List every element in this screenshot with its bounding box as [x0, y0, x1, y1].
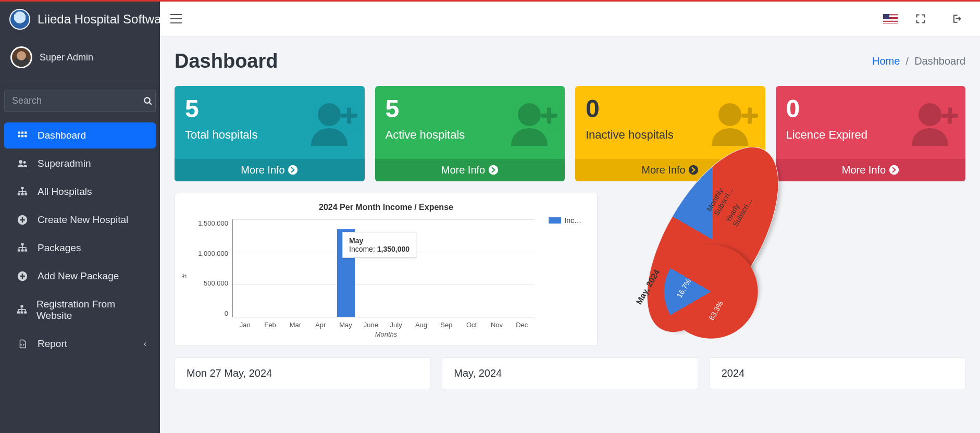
pie-slice-label: 16.7%: [675, 277, 693, 299]
sidebar-item-superadmin[interactable]: Superadmin: [4, 151, 156, 177]
svg-rect-18: [24, 250, 27, 252]
svg-rect-10: [21, 187, 24, 189]
sidebar-item-all-hospitals[interactable]: All Hospitals: [4, 179, 156, 205]
svg-point-8: [19, 160, 22, 164]
svg-rect-17: [21, 250, 24, 252]
sidebar-item-label: Packages: [38, 242, 81, 254]
summary-panel: 2024: [710, 357, 965, 389]
y-tick: 1,000,000: [198, 250, 228, 257]
user-name: Super Admin: [40, 52, 93, 63]
sidebar-item-label: Report: [38, 338, 67, 350]
svg-point-27: [489, 165, 498, 175]
sidebar-item-create-new-hospital[interactable]: Create New Hospital: [4, 207, 156, 233]
svg-point-31: [889, 165, 899, 175]
user-plus-icon: [308, 99, 361, 146]
breadcrumb-home[interactable]: Home: [872, 55, 900, 67]
sidebar-item-label: Create New Hospital: [38, 214, 128, 226]
sidebar-item-report[interactable]: Report‹: [4, 331, 156, 357]
sidebar-item-packages[interactable]: Packages: [4, 235, 156, 261]
user-block[interactable]: Super Admin: [0, 37, 160, 82]
user-plus-icon: [909, 99, 961, 146]
y-tick: 0: [225, 310, 228, 317]
svg-rect-13: [24, 193, 27, 195]
breadcrumb-current: Dashboard: [914, 55, 965, 67]
plus-icon: [16, 271, 29, 281]
page-title: Dashboard: [175, 50, 278, 72]
x-tick: May: [333, 321, 358, 329]
svg-point-29: [689, 165, 698, 175]
sidebar-nav: DashboardSuperadminAll HospitalsCreate N…: [0, 120, 160, 359]
stat-more-link[interactable]: More Info: [175, 159, 365, 181]
svg-point-30: [919, 103, 941, 126]
x-tick: Nov: [484, 321, 509, 329]
svg-rect-7: [24, 135, 27, 137]
breadcrumb: Home / Dashboard: [872, 55, 965, 67]
svg-rect-22: [20, 312, 23, 314]
stat-card-active-hospitals: 5Active hospitalsMore Info: [375, 86, 565, 181]
sidebar-item-dashboard[interactable]: Dashboard: [4, 122, 156, 149]
stat-card-total-hospitals: 5Total hospitalsMore Info: [175, 86, 365, 181]
brand[interactable]: Liieda Hospital Softwa: [0, 2, 160, 37]
svg-point-28: [718, 103, 741, 126]
x-tick: July: [383, 321, 408, 329]
menu-toggle-icon[interactable]: [170, 14, 182, 23]
svg-rect-2: [18, 132, 20, 134]
users-icon: [16, 158, 29, 169]
svg-point-25: [288, 165, 297, 175]
report-icon: [16, 338, 29, 350]
arrow-circle-right-icon: [688, 165, 699, 175]
language-flag-icon[interactable]: [883, 14, 898, 23]
svg-rect-16: [18, 250, 20, 252]
legend-dot-icon: [703, 215, 713, 225]
fullscreen-icon[interactable]: [908, 14, 933, 24]
svg-rect-5: [18, 135, 20, 137]
search-button[interactable]: [140, 90, 156, 112]
stat-more-link[interactable]: More Info: [375, 159, 565, 181]
svg-point-0: [144, 97, 150, 103]
summary-panel: Mon 27 May, 2024: [175, 357, 430, 389]
svg-point-24: [318, 103, 341, 126]
summary-panel-title: Mon 27 May, 2024: [187, 367, 418, 379]
stat-more-link[interactable]: More Info: [776, 159, 966, 181]
arrow-circle-right-icon: [488, 165, 499, 175]
logout-icon[interactable]: [944, 14, 970, 24]
chevron-left-icon: ‹: [144, 339, 146, 349]
svg-rect-3: [21, 132, 23, 134]
y-axis-ticks: 1,500,0001,000,000500,0000: [192, 219, 228, 317]
sidebar-search: [4, 90, 156, 112]
search-input[interactable]: [4, 90, 140, 112]
svg-line-1: [149, 102, 152, 105]
x-tick: Sep: [434, 321, 459, 329]
x-tick: Jan: [232, 321, 257, 329]
arrow-circle-right-icon: [288, 165, 298, 175]
x-tick: Aug: [408, 321, 433, 329]
arrow-circle-right-icon: [889, 165, 899, 175]
summary-panel-title: May, 2024: [454, 367, 686, 379]
sidebar-item-add-new-package[interactable]: Add New Package: [4, 263, 156, 289]
page-header: Dashboard Home / Dashboard: [175, 50, 965, 72]
y-axis-label: #: [180, 274, 188, 278]
sidebar: Liieda Hospital Softwa Super Admin Dashb…: [0, 0, 160, 433]
chart-title: 2024 Per Month Income / Expense: [185, 203, 587, 212]
x-tick: Oct: [459, 321, 484, 329]
summary-panel-title: 2024: [722, 367, 953, 379]
stat-card-licence-expired: 0Licence ExpiredMore Info: [776, 86, 966, 181]
x-axis-label: Months: [375, 330, 398, 338]
legend-label: Inc…: [564, 216, 581, 225]
chart-tooltip: May Income: 1,350,000: [342, 232, 416, 258]
svg-rect-20: [20, 305, 23, 307]
x-axis-ticks: JanFebMarAprMayJuneJulyAugSepOctNovDec: [232, 321, 535, 329]
sidebar-item-registration-from-website[interactable]: Registration From Website: [4, 291, 156, 329]
sidebar-item-label: Dashboard: [38, 130, 86, 141]
x-tick: June: [358, 321, 383, 329]
stat-cards: 5Total hospitalsMore Info 5Active hospit…: [175, 86, 965, 181]
sidebar-item-label: All Hospitals: [38, 186, 92, 197]
svg-rect-21: [17, 312, 20, 314]
user-plus-icon: [709, 99, 761, 146]
breadcrumb-sep: /: [903, 55, 914, 67]
legend-dot-icon: [722, 226, 732, 236]
x-tick: Dec: [510, 321, 535, 329]
sidebar-item-label: Registration From Website: [36, 299, 144, 321]
svg-rect-6: [21, 135, 23, 137]
plus-icon: [16, 215, 29, 225]
